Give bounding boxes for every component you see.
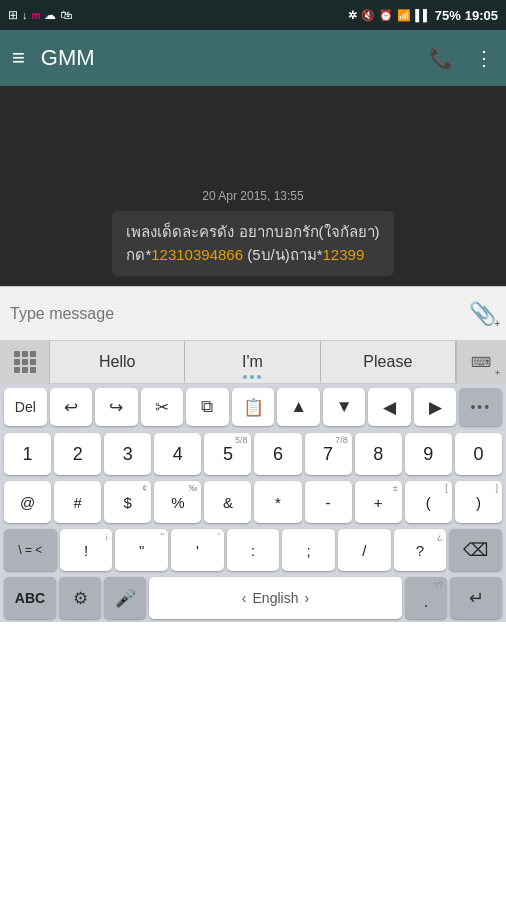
key-9[interactable]: 9 — [405, 433, 452, 475]
space-chevron-right: › — [304, 590, 309, 606]
key-minus[interactable]: - — [305, 481, 352, 523]
status-bar: ⊞ ↓ m ☁ 🛍 ✲ 🔇 ⏰ 📶 ▌▌ 75% 19:05 — [0, 0, 506, 30]
key-backslash[interactable]: \ = < — [4, 529, 57, 571]
key-more[interactable]: ••• — [459, 388, 502, 426]
grid-icon — [14, 351, 36, 373]
keyboard-bottom-row: ABC ⚙ 🎤 ‹ English › '!? . ↵ — [0, 574, 506, 622]
app-toolbar: ≡ GMM 📞 ⋮ — [0, 30, 506, 86]
bag-status-icon: 🛍 — [60, 8, 72, 22]
attach-plus-icon: + — [494, 318, 500, 329]
key-backspace[interactable]: ⌫ — [449, 529, 502, 571]
key-copy[interactable]: ⧉ — [186, 388, 229, 426]
message-bubble: เพลงเด็ดละครดัง อยากบอกรัก(ใจกัลยา)กด*12… — [112, 211, 393, 276]
key-semicolon[interactable]: ; — [282, 529, 335, 571]
wifi-icon: 📶 — [397, 9, 411, 22]
message-link2[interactable]: 12399 — [323, 246, 365, 263]
key-1[interactable]: 1 — [4, 433, 51, 475]
key-7[interactable]: 77/8 — [305, 433, 352, 475]
space-label: English — [253, 590, 299, 606]
key-exclaim[interactable]: !¡ — [60, 529, 113, 571]
menu-button[interactable]: ≡ — [12, 47, 25, 69]
suggestions-grid-button[interactable] — [0, 340, 50, 384]
key-dquote[interactable]: "" — [115, 529, 168, 571]
key-plus[interactable]: +± — [355, 481, 402, 523]
keyboard-symbol-row2: \ = < !¡ "" '' : ; / ?¿ ⌫ — [0, 526, 506, 574]
suggestion-please[interactable]: Please — [321, 341, 456, 383]
key-4[interactable]: 4 — [154, 433, 201, 475]
key-cut[interactable]: ✂ — [141, 388, 184, 426]
bluetooth-icon: ✲ — [348, 9, 357, 22]
message-input[interactable] — [10, 305, 469, 323]
mute-icon: 🔇 — [361, 9, 375, 22]
key-mic[interactable]: 🎤 — [104, 577, 146, 619]
status-left-icons: ⊞ ↓ m ☁ 🛍 — [8, 8, 72, 22]
key-space[interactable]: ‹ English › — [149, 577, 402, 619]
key-dollar[interactable]: $¢ — [104, 481, 151, 523]
keyboard-symbol-row1: @ # $¢ %‰ & * - +± ([ )] — [0, 478, 506, 526]
keyboard-icon: ⌨ — [471, 354, 491, 370]
time-display: 19:05 — [465, 8, 498, 23]
key-colon[interactable]: : — [227, 529, 280, 571]
message-link1[interactable]: 12310394866 — [151, 246, 243, 263]
keyboard-toggle-button[interactable]: ⌨ + — [456, 340, 506, 384]
key-left[interactable]: ◀ — [368, 388, 411, 426]
status-right-icons: ✲ 🔇 ⏰ 📶 ▌▌ 75% 19:05 — [348, 8, 498, 23]
key-down[interactable]: ▼ — [323, 388, 366, 426]
call-button[interactable]: 📞 — [429, 46, 454, 70]
attach-button[interactable]: 📎+ — [469, 301, 496, 327]
key-rparen[interactable]: )] — [455, 481, 502, 523]
key-percent[interactable]: %‰ — [154, 481, 201, 523]
suggestion-im[interactable]: I'm — [185, 341, 320, 383]
toolbar-actions: 📞 ⋮ — [429, 46, 494, 70]
key-0[interactable]: 0 — [455, 433, 502, 475]
key-slash[interactable]: / — [338, 529, 391, 571]
key-3[interactable]: 3 — [104, 433, 151, 475]
keyboard-toolbar-row: Del ↩ ↪ ✂ ⧉ 📋 ▲ ▼ ◀ ▶ ••• — [0, 384, 506, 430]
suggestions-bar: Hello I'm Please ⌨ + — [0, 340, 506, 384]
key-at[interactable]: @ — [4, 481, 51, 523]
download-status-icon: ↓ — [22, 9, 28, 21]
suggestion-hello[interactable]: Hello — [50, 341, 185, 383]
more-options-button[interactable]: ⋮ — [474, 46, 494, 70]
key-squote[interactable]: '' — [171, 529, 224, 571]
key-5[interactable]: 55/8 — [204, 433, 251, 475]
keyboard: Del ↩ ↪ ✂ ⧉ 📋 ▲ ▼ ◀ ▶ ••• 1 2 3 4 55/8 6… — [0, 384, 506, 622]
grid-status-icon: ⊞ — [8, 8, 18, 22]
key-hash[interactable]: # — [54, 481, 101, 523]
key-8[interactable]: 8 — [355, 433, 402, 475]
app-title: GMM — [41, 45, 429, 71]
key-settings[interactable]: ⚙ — [59, 577, 101, 619]
key-redo[interactable]: ↪ — [95, 388, 138, 426]
suggestion-dots — [243, 375, 261, 379]
battery-text: 75% — [435, 8, 461, 23]
key-right[interactable]: ▶ — [414, 388, 457, 426]
key-2[interactable]: 2 — [54, 433, 101, 475]
message-text-mid: (5บ/น)ถาม* — [243, 246, 323, 263]
key-abc[interactable]: ABC — [4, 577, 56, 619]
key-undo[interactable]: ↩ — [50, 388, 93, 426]
key-del[interactable]: Del — [4, 388, 47, 426]
signal-icon: ▌▌ — [415, 9, 431, 21]
key-amp[interactable]: & — [204, 481, 251, 523]
mongo-status-icon: m — [32, 10, 41, 21]
keyboard-plus-icon: + — [495, 368, 500, 378]
space-chevron-left: ‹ — [242, 590, 247, 606]
key-paste[interactable]: 📋 — [232, 388, 275, 426]
cloud-status-icon: ☁ — [44, 8, 56, 22]
key-enter[interactable]: ↵ — [450, 577, 502, 619]
message-timestamp: 20 Apr 2015, 13:55 — [202, 189, 303, 203]
input-area: 📎+ — [0, 286, 506, 340]
message-area: 20 Apr 2015, 13:55 เพลงเด็ดละครดัง อยากบ… — [0, 86, 506, 286]
key-6[interactable]: 6 — [254, 433, 301, 475]
key-star[interactable]: * — [254, 481, 301, 523]
key-up[interactable]: ▲ — [277, 388, 320, 426]
key-period[interactable]: '!? . — [405, 577, 447, 619]
key-lparen[interactable]: ([ — [405, 481, 452, 523]
key-question[interactable]: ?¿ — [394, 529, 447, 571]
keyboard-number-row: 1 2 3 4 55/8 6 77/8 8 9 0 — [0, 430, 506, 478]
alarm-icon: ⏰ — [379, 9, 393, 22]
